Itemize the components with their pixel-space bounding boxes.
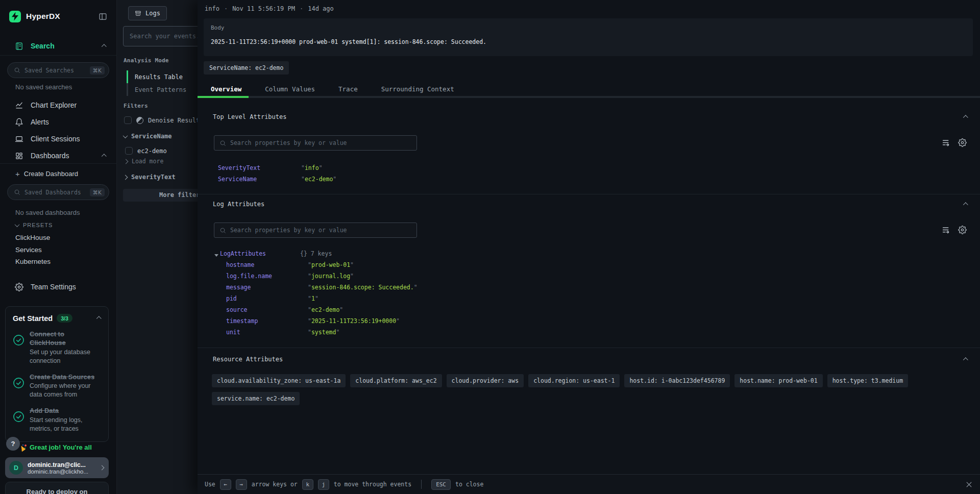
keys-count-badge: {} 7 keys (300, 250, 332, 257)
resource-attribute-chip[interactable]: host.id: i-0abc123def456789 (624, 374, 730, 387)
gear-icon[interactable] (958, 138, 967, 147)
user-menu[interactable]: D dominic.tran@clic... dominic.tran@clic… (5, 457, 109, 478)
tab-trace[interactable]: Trace (330, 85, 366, 93)
resource-attribute-chips: cloud.availability_zone: us-east-1a clou… (212, 374, 970, 405)
attribute-value[interactable]: info (301, 164, 323, 171)
chevron-up-icon[interactable] (102, 154, 107, 159)
wrap-lines-icon[interactable] (942, 226, 950, 234)
attribute-value[interactable]: journal.log (308, 273, 354, 280)
load-more-label: Load more (132, 158, 163, 165)
close-icon[interactable] (965, 481, 973, 488)
tree-root-key[interactable]: LogAttributes (220, 250, 266, 257)
tab-column-values[interactable]: Column Values (257, 85, 323, 93)
load-more-button[interactable]: Load more (124, 158, 163, 165)
divider (421, 480, 422, 489)
log-attrs-search-box[interactable] (214, 223, 417, 238)
service-checkbox[interactable] (125, 147, 133, 155)
attribute-value[interactable]: prod-web-01 (308, 261, 354, 268)
top-level-search-input[interactable] (230, 139, 411, 146)
attribute-value[interactable]: 1 (308, 295, 318, 302)
attribute-key[interactable]: unit (226, 329, 240, 336)
resource-attribute-chip[interactable]: cloud.region: us-east-1 (528, 374, 620, 387)
preset-clickhouse[interactable]: ClickHouse (15, 234, 50, 241)
get-started-step[interactable]: Connect to ClickHouse Set up your databa… (13, 330, 101, 365)
sidebar-item-team-settings[interactable]: Team Settings (0, 279, 116, 295)
attribute-value[interactable]: session-846.scope: Succeeded. (308, 284, 418, 291)
sidebar-item-dashboards[interactable]: Dashboards (0, 147, 116, 164)
denoise-filter-row[interactable]: Denoise Results (124, 116, 198, 124)
collapse-section-icon[interactable] (963, 115, 968, 120)
step-title: Create Data Sources (30, 373, 101, 382)
attribute-value[interactable]: ec2-demo (308, 306, 343, 313)
denoise-checkbox[interactable] (124, 116, 132, 124)
log-attrs-search-input[interactable] (230, 227, 411, 234)
sidebar-item-search[interactable]: Search (0, 38, 116, 54)
tree-root-row[interactable]: LogAttributes {} 7 keys (198, 250, 980, 261)
attribute-key[interactable]: hostname (226, 261, 254, 268)
key-esc: ESC (431, 479, 451, 490)
preset-kubernetes[interactable]: Kubernetes (15, 258, 51, 265)
congrats-banner: Great job! You're all (19, 443, 92, 451)
service-value-row[interactable]: ec2-demo (125, 147, 167, 155)
sidebar-item-label: Alerts (31, 118, 49, 126)
collapse-triangle-icon[interactable] (214, 254, 218, 257)
service-name-chip[interactable]: ServiceName: ec2-demo (204, 61, 289, 75)
sidebar-item-chart-explorer[interactable]: Chart Explorer (0, 97, 116, 113)
sidebar-item-client-sessions[interactable]: Client Sessions (0, 131, 116, 147)
progress-badge: 3/3 (57, 314, 72, 323)
filter-group-severitytext[interactable]: SeverityText (124, 174, 176, 181)
help-button[interactable]: ? (6, 437, 20, 451)
more-filters-button[interactable]: More filters (123, 189, 198, 202)
gear-icon[interactable] (958, 226, 967, 234)
mode-results-table[interactable]: Results Table (127, 70, 186, 83)
collapse-sidebar-icon[interactable] (99, 12, 107, 21)
tab-overview[interactable]: Overview (203, 85, 250, 93)
attribute-row: source ec2-demo (198, 306, 980, 317)
chevron-up-icon[interactable] (96, 316, 102, 321)
saved-searches-input[interactable]: ⌘K (7, 62, 109, 78)
collapse-section-icon[interactable] (963, 357, 968, 362)
source-selector-button[interactable]: Logs (128, 6, 167, 20)
resource-attribute-chip[interactable]: host.name: prod-web-01 (734, 374, 822, 387)
resource-attribute-chip[interactable]: cloud.availability_zone: us-east-1a (212, 374, 346, 387)
filter-group-servicename[interactable]: ServiceName (124, 133, 172, 140)
event-search-box[interactable] (123, 26, 198, 46)
search-icon (14, 189, 20, 195)
collapse-section-icon[interactable] (963, 202, 968, 207)
get-started-step[interactable]: Create Data Sources Configure where your… (13, 373, 101, 400)
saved-searches-field[interactable] (24, 67, 90, 74)
preset-services[interactable]: Services (15, 246, 42, 254)
attribute-key[interactable]: SeverityText (218, 164, 260, 171)
body-label: Body (211, 24, 966, 31)
key-k: k (302, 479, 313, 490)
resource-attribute-chip[interactable]: cloud.platform: aws_ec2 (350, 374, 442, 387)
chevron-up-icon[interactable] (102, 44, 107, 49)
sidebar-item-alerts[interactable]: Alerts (0, 114, 116, 130)
tab-surrounding-context[interactable]: Surrounding Context (373, 85, 462, 93)
top-level-search-box[interactable] (214, 135, 417, 151)
body-text[interactable]: 2025-11-11T23:56:19+0000 prod-web-01 sys… (211, 38, 966, 45)
step-title: Connect to ClickHouse (30, 330, 101, 348)
attribute-key[interactable]: source (226, 306, 248, 313)
resource-attribute-chip[interactable]: host.type: t3.medium (827, 374, 908, 387)
saved-dashboards-field[interactable] (24, 189, 90, 196)
wrap-lines-icon[interactable] (942, 138, 950, 147)
presets-section-toggle[interactable]: PRESETS (15, 222, 53, 228)
resource-attribute-chip[interactable]: service.name: ec2-demo (212, 392, 300, 405)
search-icon (219, 227, 226, 234)
attribute-key[interactable]: message (226, 284, 251, 291)
resource-attribute-chip[interactable]: cloud.provider: aws (447, 374, 524, 387)
attribute-key[interactable]: ServiceName (218, 176, 257, 183)
attribute-value[interactable]: 2025-11-11T23:56:19+0000 (308, 317, 400, 325)
mode-event-patterns[interactable]: Event Patterns (127, 83, 186, 96)
event-search-input[interactable] (130, 33, 198, 40)
saved-dashboards-input[interactable]: ⌘K (7, 184, 109, 200)
get-started-step[interactable]: Add Data Start sending logs, metrics, or… (13, 407, 101, 433)
deploy-banner[interactable]: Ready to deploy on (5, 482, 109, 494)
create-dashboard-button[interactable]: + Create Dashboard (15, 170, 78, 178)
attribute-key[interactable]: timestamp (226, 317, 258, 325)
attribute-key[interactable]: log.file.name (226, 273, 272, 280)
attribute-key[interactable]: pid (226, 295, 237, 302)
attribute-value[interactable]: ec2-demo (301, 176, 336, 183)
attribute-value[interactable]: systemd (308, 329, 339, 336)
